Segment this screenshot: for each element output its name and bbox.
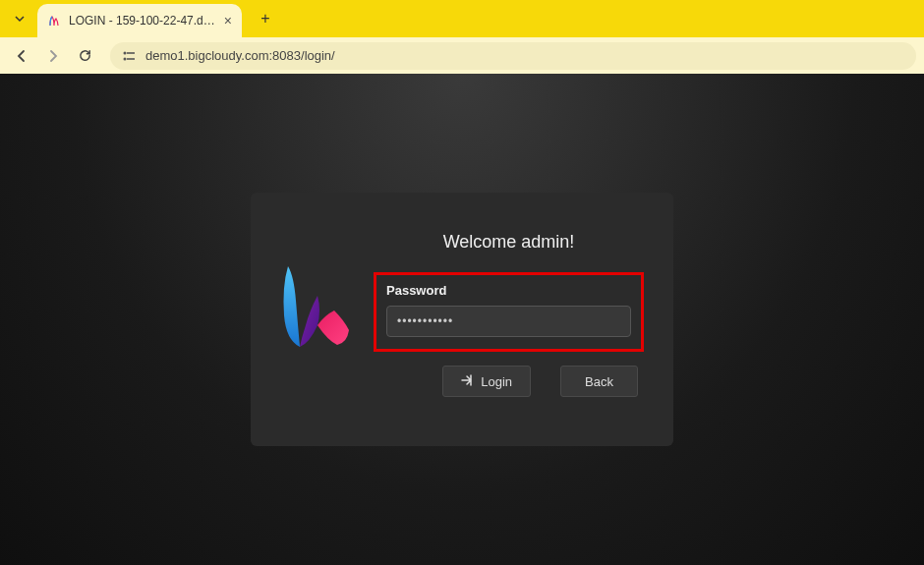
new-tab-button[interactable]: + xyxy=(252,5,279,32)
address-bar[interactable]: demo1.bigcloudy.com:8083/login/ xyxy=(110,42,916,70)
arrow-right-icon xyxy=(45,48,61,64)
svg-point-2 xyxy=(124,57,127,60)
reload-button[interactable] xyxy=(71,42,98,70)
browser-toolbar: demo1.bigcloudy.com:8083/login/ xyxy=(0,37,924,74)
back-button[interactable] xyxy=(8,42,35,70)
reload-icon xyxy=(78,48,92,63)
browser-tab[interactable]: LOGIN - 159-100-22-47.dedica × xyxy=(37,4,242,37)
password-input[interactable] xyxy=(386,306,631,337)
svg-point-0 xyxy=(124,51,127,54)
browser-tab-strip: LOGIN - 159-100-22-47.dedica × + xyxy=(0,0,924,37)
brand-logo-icon xyxy=(280,256,354,355)
tab-search-dropdown[interactable] xyxy=(6,5,33,32)
login-card: Welcome admin! Password Login Back xyxy=(251,193,673,446)
svg-rect-1 xyxy=(127,52,135,54)
password-highlight-box: Password xyxy=(374,272,644,352)
arrow-left-icon xyxy=(14,48,29,64)
tab-title: LOGIN - 159-100-22-47.dedica xyxy=(69,14,216,28)
svg-rect-3 xyxy=(127,58,135,60)
form-column: Welcome admin! Password Login Back xyxy=(374,232,644,397)
tab-close-icon[interactable]: × xyxy=(224,13,232,28)
login-button-label: Login xyxy=(481,374,512,389)
site-settings-icon[interactable] xyxy=(120,47,138,65)
back-button-label: Back xyxy=(585,374,613,389)
back-form-button[interactable]: Back xyxy=(560,366,638,397)
url-text: demo1.bigcloudy.com:8083/login/ xyxy=(145,48,335,63)
welcome-heading: Welcome admin! xyxy=(374,232,644,253)
tab-favicon-icon xyxy=(47,14,61,28)
chevron-down-icon xyxy=(15,14,25,24)
password-label: Password xyxy=(386,283,631,298)
login-arrow-icon xyxy=(461,374,475,389)
login-button[interactable]: Login xyxy=(442,366,531,397)
logo-column xyxy=(280,232,354,397)
button-row: Login Back xyxy=(374,366,644,397)
forward-button[interactable] xyxy=(39,42,67,70)
page-content: Welcome admin! Password Login Back xyxy=(0,74,924,565)
